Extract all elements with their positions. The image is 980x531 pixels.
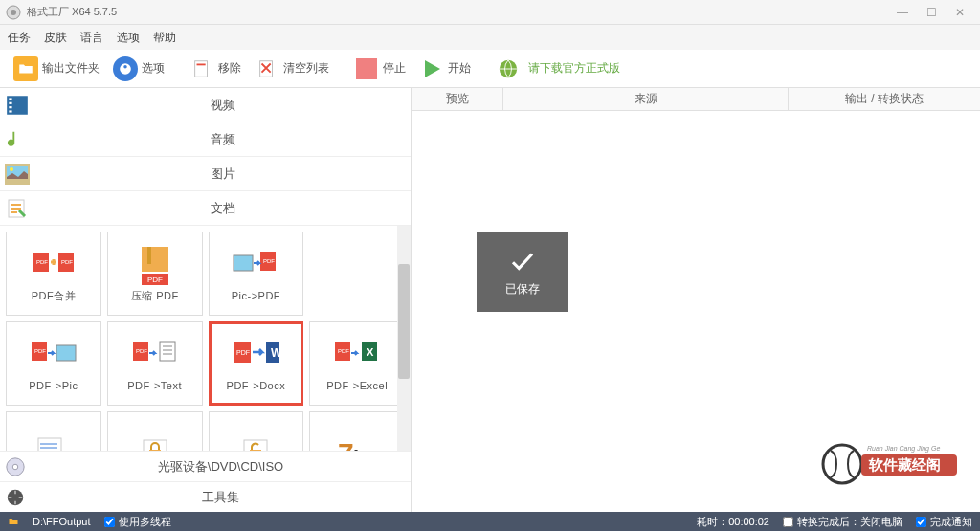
category-toolset-label: 工具集 (31, 489, 411, 506)
cell-label: PDF->Text (127, 380, 182, 391)
svg-text:PDF: PDF (136, 348, 147, 354)
disc-icon (5, 456, 26, 477)
cell-pic-to-pdf[interactable]: PDF Pic->PDF (209, 232, 304, 316)
folder-small-icon (8, 516, 19, 527)
svg-point-14 (10, 167, 13, 171)
doc-pdf-icon: PDF (33, 436, 75, 452)
menu-help[interactable]: 帮助 (153, 30, 176, 46)
svg-text:Ruan Jian Cang Jing Ge: Ruan Jian Cang Jing Ge (867, 445, 940, 453)
svg-rect-53 (244, 440, 267, 452)
document-icon (6, 197, 29, 220)
category-image[interactable]: 图片 (0, 157, 411, 191)
menu-skin[interactable]: 皮肤 (44, 30, 67, 46)
remove-icon (191, 58, 212, 79)
output-path[interactable]: D:\FFOutput (33, 516, 91, 527)
menu-language[interactable]: 语言 (80, 30, 103, 46)
cell-pdf-to-excel[interactable]: PDFX PDF->Excel (309, 321, 405, 406)
multithread-label: 使用多线程 (119, 515, 171, 529)
video-icon (5, 93, 30, 118)
pic-pdf-icon: PDF (232, 250, 279, 284)
cell-label: PDF->Pic (29, 380, 78, 391)
elapsed-time: 耗时：00:00:02 (697, 515, 769, 529)
svg-rect-54 (250, 450, 261, 452)
main-area: 视频 音频 图片 文档 PDFPDF PDF合并 PDF 压缩 PDF (0, 88, 980, 512)
category-video[interactable]: 视频 (0, 88, 411, 122)
svg-text:7: 7 (338, 437, 354, 452)
clear-list-button[interactable]: 清空列表 (249, 55, 335, 83)
menu-options[interactable]: 选项 (117, 30, 140, 46)
right-panel: 预览 来源 输出 / 转换状态 已保存 软件藏经阁 Ruan Jian Cang… (412, 88, 980, 512)
pdf-lock-icon (138, 436, 172, 452)
multithread-toggle[interactable]: 使用多线程 (104, 515, 171, 529)
svg-rect-23 (142, 247, 168, 272)
category-document[interactable]: 文档 (0, 191, 411, 226)
svg-text:ip: ip (353, 446, 372, 452)
options-button[interactable]: 选项 (107, 55, 170, 83)
window-title: 格式工厂 X64 5.7.5 (27, 5, 888, 19)
pdf-merge-icon: PDFPDF (30, 247, 78, 285)
header-source[interactable]: 来源 (503, 88, 789, 110)
shutdown-label: 转换完成后：关闭电脑 (797, 515, 902, 529)
saved-label: 已保存 (505, 281, 540, 298)
remove-label: 移除 (218, 60, 241, 77)
minimize-button[interactable]: — (888, 3, 917, 22)
svg-rect-47 (38, 438, 61, 452)
svg-rect-24 (147, 247, 151, 264)
cell-pdf-to-text[interactable]: PDF PDF->Text (107, 321, 203, 406)
category-document-label: 文档 (34, 200, 411, 217)
left-panel: 视频 音频 图片 文档 PDFPDF PDF合并 PDF 压缩 PDF (0, 88, 412, 512)
menu-tasks[interactable]: 任务 (8, 30, 31, 46)
check-icon (508, 247, 537, 276)
cell-partial-4[interactable]: 7ip (309, 411, 405, 451)
svg-text:PDF: PDF (263, 258, 275, 264)
cell-pdf-merge[interactable]: PDFPDF PDF合并 (6, 232, 101, 316)
folder-icon (17, 60, 34, 77)
clear-list-label: 清空列表 (283, 60, 329, 77)
cell-partial-3[interactable] (209, 411, 304, 451)
stop-icon (356, 58, 377, 79)
svg-rect-9 (9, 101, 11, 103)
cell-partial-2[interactable] (107, 411, 203, 451)
cell-partial-1[interactable]: PDF (6, 411, 101, 451)
remove-button[interactable]: 移除 (184, 55, 247, 83)
start-label: 开始 (448, 60, 471, 77)
options-icon (119, 62, 132, 76)
sevenzip-icon: 7ip (336, 434, 378, 452)
category-toolset[interactable]: 工具集 (0, 481, 411, 512)
svg-text:X: X (367, 346, 374, 358)
shutdown-toggle[interactable]: 转换完成后：关闭电脑 (783, 515, 902, 529)
category-audio[interactable]: 音频 (0, 122, 411, 157)
category-optical-label: 光驱设备\DVD\CD\ISO (31, 458, 411, 476)
cell-pdf-compress[interactable]: PDF 压缩 PDF (107, 232, 203, 316)
cell-pdf-to-pic[interactable]: PDF PDF->Pic (6, 321, 101, 406)
svg-rect-2 (195, 60, 208, 77)
image-icon (5, 164, 30, 185)
svg-rect-35 (160, 342, 175, 361)
svg-rect-5 (356, 58, 377, 79)
output-folder-button[interactable]: 输出文件夹 (8, 55, 105, 83)
cell-label: PDF->Docx (227, 380, 286, 391)
category-optical[interactable]: 光驱设备\DVD\CD\ISO (0, 451, 411, 481)
svg-point-1 (11, 10, 16, 15)
pdf-unlock-icon (238, 436, 273, 452)
scrollbar[interactable] (397, 226, 411, 451)
start-button[interactable]: 开始 (413, 55, 477, 83)
svg-text:PDF: PDF (338, 348, 349, 354)
cell-pdf-to-docx[interactable]: PDFW PDF->Docx (209, 321, 304, 406)
notify-toggle[interactable]: 完成通知 (916, 515, 972, 529)
toolbar: 输出文件夹 选项 移除 清空列表 停止 开始 请下载官方正式版 (0, 50, 980, 88)
maximize-button[interactable]: ☐ (917, 3, 946, 22)
svg-text:PDF: PDF (236, 349, 250, 356)
stop-button[interactable]: 停止 (348, 55, 412, 83)
pdf-docx-icon: PDFW (232, 338, 279, 376)
download-official-button[interactable]: 请下载官方正式版 (490, 55, 626, 83)
download-official-label: 请下载官方正式版 (528, 60, 620, 77)
header-preview[interactable]: 预览 (412, 88, 503, 110)
svg-rect-32 (56, 345, 76, 361)
svg-rect-50 (144, 440, 167, 452)
close-button[interactable]: ✕ (946, 3, 974, 22)
category-image-label: 图片 (34, 166, 411, 183)
category-audio-label: 音频 (34, 131, 411, 148)
pdf-excel-icon: PDFX (333, 340, 381, 374)
header-status[interactable]: 输出 / 转换状态 (789, 88, 980, 110)
